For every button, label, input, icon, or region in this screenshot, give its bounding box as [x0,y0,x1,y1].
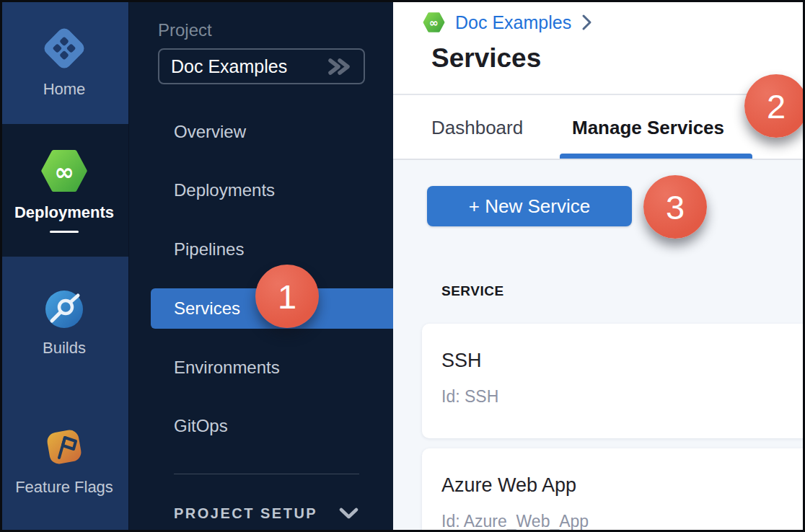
manage-services-content: + New Service SERVICE SSH Id: SSH Azure … [393,160,805,532]
annotation-step-3-badge: 3 [643,175,707,239]
nav-item-overview[interactable]: Overview [174,122,246,142]
breadcrumb: ∞ Doc Examples [423,12,592,33]
builds-ci-icon [44,289,84,329]
nav-item-services[interactable]: Services [174,298,240,319]
service-column-header: SERVICE [441,283,504,299]
project-setup-label: PROJECT SETUP [174,505,317,522]
sidebar-item-builds[interactable]: Builds [0,257,128,389]
sidebar-item-label: Builds [43,339,86,358]
breadcrumb-project-link[interactable]: Doc Examples [455,12,571,33]
double-chevron-right-icon [326,57,352,76]
chevron-down-icon [339,507,358,520]
annotation-step-1-badge: 1 [255,265,319,328]
svg-text:∞: ∞ [429,17,439,30]
project-setup-section-toggle[interactable]: PROJECT SETUP [174,505,358,522]
sidebar-item-deployments[interactable]: ∞ Deployments [0,124,128,257]
annotation-step-2-badge: 2 [744,74,805,138]
service-row-azure-web-app[interactable]: Azure Web App Id: Azure_Web_App [422,448,805,532]
service-row-ssh[interactable]: SSH Id: SSH [422,324,805,438]
page-title: Services [431,43,541,74]
nav-item-gitops[interactable]: GitOps [174,416,228,436]
feature-flags-icon [43,425,86,469]
deployments-cd-icon: ∞ [40,148,88,194]
tab-dashboard[interactable]: Dashboard [431,117,523,139]
active-tab-indicator [560,154,752,159]
sidebar-item-home[interactable]: Home [0,0,128,124]
project-selector[interactable]: Doc Examples [158,48,365,84]
nav-item-deployments[interactable]: Deployments [174,180,275,200]
service-id: Id: SSH [441,387,498,407]
nav-divider [174,474,359,474]
nav-item-pipelines[interactable]: Pipelines [174,239,244,260]
main-content: ∞ Doc Examples Services Dashboard Manage… [393,0,805,532]
service-name: Azure Web App [441,474,576,497]
service-name: SSH [441,350,482,372]
project-selector-value: Doc Examples [171,56,326,77]
harness-app-window: Home ∞ Deployments [0,0,805,532]
sidebar-item-label: Deployments [14,203,114,222]
project-nav-panel: Project Doc Examples Overview Deployment… [128,0,393,532]
sidebar-item-feature-flags[interactable]: Feature Flags [0,389,128,532]
header-divider [393,94,805,95]
sidebar-item-label: Feature Flags [15,478,113,497]
module-sidebar: Home ∞ Deployments [0,0,128,532]
svg-text:∞: ∞ [54,158,74,186]
nav-item-environments[interactable]: Environments [174,358,280,378]
chevron-right-icon [581,14,592,31]
active-module-indicator [50,231,79,233]
cd-module-hexagon-icon: ∞ [423,12,445,33]
new-service-button[interactable]: + New Service [427,186,632,226]
home-icon [42,26,87,71]
tab-manage-services[interactable]: Manage Services [572,117,724,139]
project-label: Project [158,20,212,40]
sidebar-item-label: Home [43,80,86,99]
service-id: Id: Azure_Web_App [441,512,589,531]
